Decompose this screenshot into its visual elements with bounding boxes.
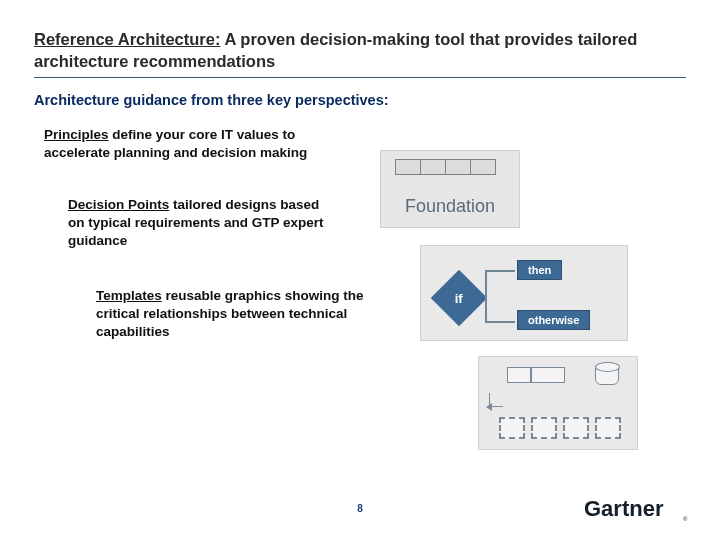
connector-line	[485, 270, 515, 272]
principles-text: Principles define your core IT values to…	[44, 126, 314, 162]
foundation-cell	[395, 159, 421, 175]
templates-heading: Templates	[96, 288, 162, 303]
brand-text: Gartner	[584, 496, 664, 521]
decision-points-text: Decision Points tailored designs based o…	[68, 196, 338, 251]
template-box-icon	[499, 417, 525, 439]
foundation-graphic: Foundation	[380, 150, 520, 228]
gartner-logo: Gartner ®	[584, 496, 694, 524]
templates-text: Templates reusable graphics showing the …	[96, 287, 396, 342]
svg-text:®: ®	[683, 516, 688, 522]
if-label: if	[455, 290, 463, 305]
templates-graphic	[478, 356, 638, 450]
decision-heading: Decision Points	[68, 197, 169, 212]
template-box-icon	[595, 417, 621, 439]
subtitle: Architecture guidance from three key per…	[34, 92, 686, 108]
otherwise-tag: otherwise	[517, 310, 590, 330]
template-bar-icon	[507, 367, 565, 383]
database-icon	[595, 365, 619, 385]
connector-line	[485, 321, 515, 323]
template-box-icon	[563, 417, 589, 439]
foundation-cells	[395, 159, 495, 175]
foundation-cell	[470, 159, 496, 175]
foundation-cell	[445, 159, 471, 175]
decision-graphic: if then otherwise	[420, 245, 628, 341]
foundation-cell	[420, 159, 446, 175]
template-boxes	[499, 417, 621, 439]
principles-heading: Principles	[44, 127, 109, 142]
if-diamond-icon: if	[431, 270, 488, 327]
arrow-icon	[489, 393, 503, 407]
connector-line	[485, 270, 487, 322]
then-tag: then	[517, 260, 562, 280]
slide-title: Reference Architecture: A proven decisio…	[34, 28, 686, 78]
template-box-icon	[531, 417, 557, 439]
title-underline: Reference Architecture:	[34, 30, 220, 48]
foundation-label: Foundation	[381, 196, 519, 217]
